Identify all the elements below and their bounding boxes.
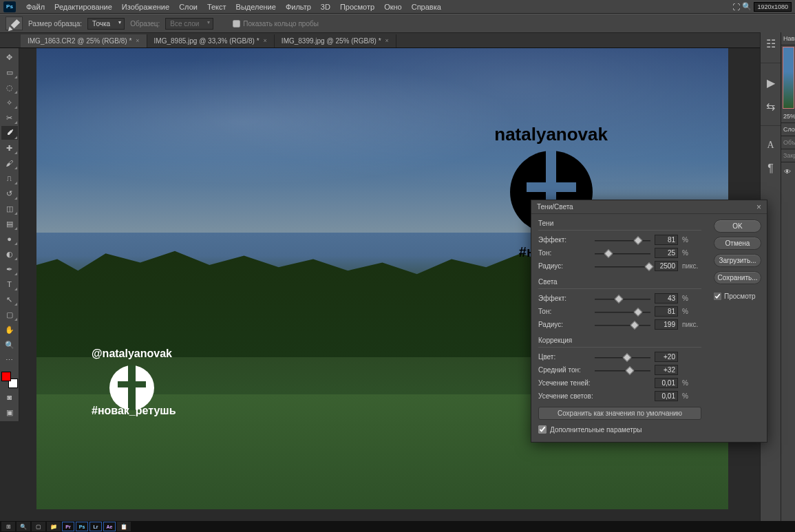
zoom-tool-icon[interactable]: 🔍	[1, 338, 18, 352]
lasso-tool-icon[interactable]: ◌	[1, 81, 18, 94]
more-options-checkbox[interactable]: Дополнительные параметры	[538, 425, 701, 434]
document-tab[interactable]: IMG_1863.CR2 @ 25% (RGB/8) * ×	[21, 34, 147, 47]
notes-icon[interactable]: 📋	[117, 522, 131, 531]
path-tool-icon[interactable]: ↖	[1, 292, 18, 306]
label: Усечение светов:	[538, 392, 650, 400]
shadows-radius-input[interactable]	[655, 261, 678, 271]
highlights-radius-slider[interactable]	[595, 320, 650, 330]
menu-text[interactable]: Текст	[202, 3, 231, 11]
menu-help[interactable]: Справка	[407, 3, 446, 11]
navigator-zoom[interactable]: 25%	[781, 110, 795, 123]
search-task-icon[interactable]: 🔍	[17, 522, 30, 531]
fg-bg-swatch[interactable]	[1, 372, 18, 388]
tool-swatch-icon[interactable]	[6, 17, 23, 30]
clip-black-input[interactable]	[655, 378, 678, 388]
menu-3d[interactable]: 3D	[316, 3, 335, 11]
highlights-tone-input[interactable]	[655, 306, 678, 317]
shadows-amount-input[interactable]	[655, 235, 678, 245]
type-tool-icon[interactable]: T	[1, 277, 18, 291]
document-tab[interactable]: IMG_8985.jpg @ 33,3% (RGB/8) * ×	[147, 34, 275, 47]
sample-layers-dropdown[interactable]: Все слои	[165, 18, 213, 30]
start-button[interactable]: ⊞	[1, 522, 15, 531]
highlights-tone-slider[interactable]	[595, 307, 650, 317]
dodge-tool-icon[interactable]: ◐	[1, 247, 18, 261]
sample-size-dropdown[interactable]: Точка	[87, 18, 125, 30]
more-tools-icon[interactable]: ⋯	[1, 353, 18, 367]
close-icon[interactable]: ×	[385, 37, 389, 45]
eraser-tool-icon[interactable]: ◫	[1, 202, 18, 215]
label: Тон:	[538, 249, 591, 257]
midtone-input[interactable]	[655, 365, 678, 375]
close-icon[interactable]: ×	[136, 37, 139, 45]
task-view-icon[interactable]: ▢	[32, 522, 45, 531]
char-panel-icon[interactable]: A	[764, 138, 778, 152]
para-panel-icon[interactable]: ¶	[764, 162, 778, 175]
shadows-radius-slider[interactable]	[595, 262, 650, 271]
lightroom-icon[interactable]: Lr	[89, 522, 102, 531]
preview-checkbox[interactable]: Просмотр	[714, 292, 761, 300]
explorer-icon[interactable]: 📁	[47, 522, 61, 531]
play-action-icon[interactable]: ▶	[764, 76, 778, 89]
navigator-thumbnail[interactable]	[783, 47, 794, 109]
screen-mode-icon[interactable]: ▣	[1, 405, 18, 419]
highlights-radius-input[interactable]	[655, 319, 678, 330]
shadows-amount-slider[interactable]	[595, 235, 650, 245]
eyedropper-tool-icon[interactable]	[1, 126, 18, 140]
load-button[interactable]: Загрузить...	[714, 254, 761, 267]
menu-select[interactable]: Выделение	[231, 3, 281, 11]
adjust-panel-icon[interactable]: ☷	[764, 36, 778, 50]
color-slider[interactable]	[595, 352, 650, 362]
blur-tool-icon[interactable]: ●	[1, 232, 18, 246]
premiere-icon[interactable]: Pr	[62, 522, 74, 531]
shadows-tone-input[interactable]	[655, 248, 678, 258]
document-tab[interactable]: IMG_8399.jpg @ 25% (RGB/8) * ×	[275, 34, 396, 47]
marquee-tool-icon[interactable]: ▭	[1, 65, 18, 79]
photoshop-icon[interactable]: Ps	[76, 522, 88, 531]
app-logo-icon: Ps	[3, 1, 16, 12]
show-ring-checkbox[interactable]: Показать кольцо пробы	[233, 20, 319, 28]
dialog-titlebar[interactable]: Тени/Света ×	[531, 200, 767, 214]
midtone-slider[interactable]	[595, 365, 650, 375]
menu-edit[interactable]: Редактирование	[50, 3, 117, 11]
crop-tool-icon[interactable]: ✂	[1, 111, 18, 125]
label: Радиус:	[538, 262, 591, 270]
visibility-icon[interactable]: 👁	[781, 168, 794, 179]
shadows-highlights-dialog: Тени/Света × Тени Эффект:% Тон:% Радиус:…	[531, 200, 767, 443]
layers-panel-tab[interactable]: Слои	[781, 123, 795, 136]
menu-image[interactable]: Изображение	[117, 3, 174, 11]
save-button[interactable]: Сохранить...	[714, 271, 761, 284]
wand-tool-icon[interactable]: ✧	[1, 96, 18, 109]
menu-layers[interactable]: Слои	[174, 3, 202, 11]
label: Усечение теней:	[538, 379, 650, 387]
adjustments-icon[interactable]: ⇆	[764, 99, 778, 113]
pen-tool-icon[interactable]: ✒	[1, 262, 18, 276]
cancel-button[interactable]: Отмена	[714, 237, 761, 250]
aftereffects-icon[interactable]: Ae	[103, 522, 116, 531]
gradient-tool-icon[interactable]: ▤	[1, 217, 18, 231]
clip-white-input[interactable]	[655, 391, 678, 401]
menu-file[interactable]: Файл	[21, 3, 50, 11]
label: Тон:	[538, 308, 591, 315]
heal-tool-icon[interactable]: ✚	[1, 141, 18, 155]
hand-tool-icon[interactable]: ✋	[1, 323, 18, 337]
menu-view[interactable]: Просмотр	[335, 3, 379, 11]
ok-button[interactable]: OK	[714, 220, 761, 233]
shape-tool-icon[interactable]: ▢	[1, 308, 18, 321]
highlights-amount-input[interactable]	[655, 293, 678, 304]
layers-kind[interactable]: Объ	[781, 136, 795, 149]
save-defaults-button[interactable]: Сохранить как значения по умолчанию	[538, 407, 701, 420]
shadows-tone-slider[interactable]	[595, 248, 650, 258]
mask-mode-icon[interactable]: ◙	[1, 390, 18, 404]
menu-window[interactable]: Окно	[379, 3, 407, 11]
history-brush-tool-icon[interactable]: ↺	[1, 187, 18, 200]
stamp-tool-icon[interactable]: ⎍	[1, 171, 18, 185]
navigator-panel-tab[interactable]: Нави	[781, 32, 795, 45]
menu-filter[interactable]: Фильтр	[281, 3, 316, 11]
close-icon[interactable]: ×	[264, 37, 267, 45]
close-icon[interactable]: ×	[756, 202, 761, 212]
color-input[interactable]	[655, 352, 678, 362]
move-tool-icon[interactable]: ✥	[1, 50, 18, 64]
highlights-amount-slider[interactable]	[595, 294, 650, 304]
search-icon[interactable]: 🔍	[742, 2, 752, 11]
brush-tool-icon[interactable]: 🖌	[1, 156, 18, 170]
